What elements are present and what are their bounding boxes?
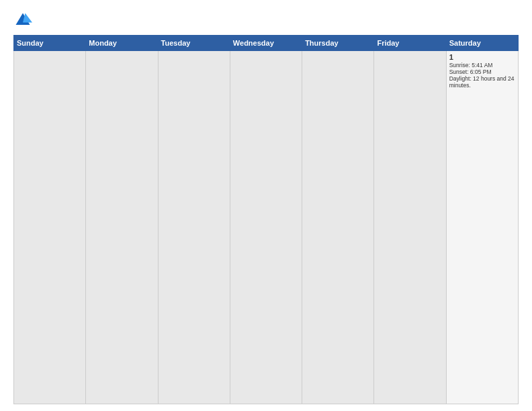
calendar: SundayMondayTuesdayWednesdayThursdayFrid… <box>13 35 519 404</box>
calendar-cell <box>14 51 86 404</box>
calendar-cell <box>86 51 158 404</box>
header <box>13 11 519 30</box>
day-header-wednesday: Wednesday <box>230 36 302 51</box>
page: SundayMondayTuesdayWednesdayThursdayFrid… <box>0 0 532 411</box>
calendar-cell <box>230 51 302 404</box>
calendar-cell <box>302 51 374 404</box>
day-number: 1 <box>449 53 515 61</box>
calendar-cell: 1 Sunrise: 5:41 AM Sunset: 6:05 PM Dayli… <box>446 51 518 404</box>
day-header-saturday: Saturday <box>446 36 518 51</box>
day-header-thursday: Thursday <box>302 36 374 51</box>
sunset: Sunset: 6:05 PM <box>449 68 492 75</box>
calendar-cell <box>158 51 230 404</box>
logo-icon <box>13 11 32 30</box>
day-header-tuesday: Tuesday <box>158 36 230 51</box>
sunrise: Sunrise: 5:41 AM <box>449 62 493 68</box>
day-header-sunday: Sunday <box>14 36 86 51</box>
day-header-monday: Monday <box>86 36 158 51</box>
svg-marker-1 <box>23 13 32 23</box>
day-header-friday: Friday <box>374 36 446 51</box>
calendar-cell <box>374 51 446 404</box>
logo <box>13 11 35 30</box>
daylight-label: Daylight: 12 hours and 24 minutes. <box>449 75 515 89</box>
